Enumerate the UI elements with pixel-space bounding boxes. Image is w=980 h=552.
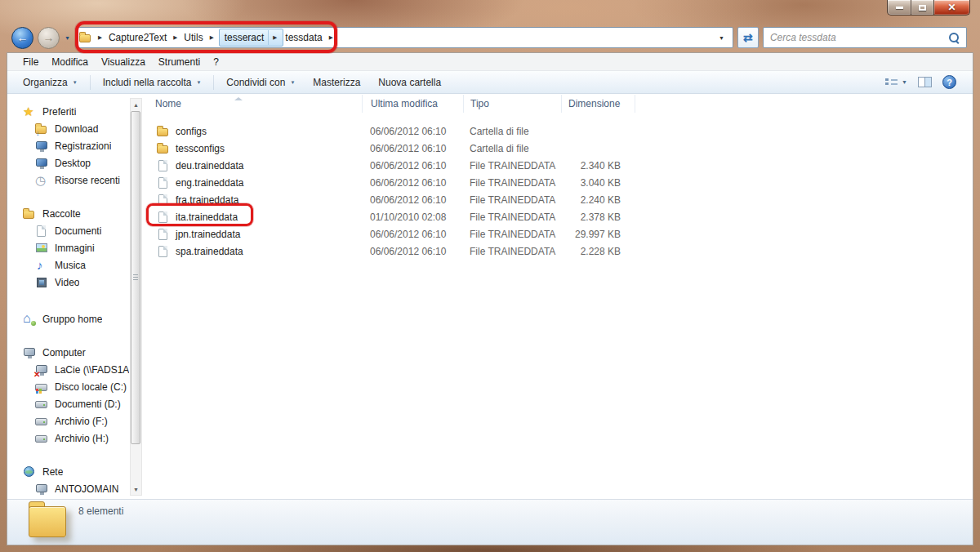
breadcrumb-capture2text[interactable]: Capture2Text: [107, 30, 168, 45]
sidebar-item-registrazioni[interactable]: Registrazioni: [7, 137, 143, 154]
organizza-button[interactable]: Organizza▼: [14, 73, 87, 91]
column-header-tipo[interactable]: Tipo: [463, 95, 561, 113]
column-header-dimensione[interactable]: Dimensione: [561, 95, 635, 113]
sidebar-label: Rete: [42, 466, 63, 478]
recent-places-clock-icon: [35, 174, 49, 187]
table-row-tessconfigs[interactable]: tessconfigs 06/06/2012 06:10 Cartella di…: [143, 140, 973, 157]
menu-help[interactable]: ?: [207, 56, 225, 68]
file-list: Nome Ultima modifica Tipo Dimensione con…: [143, 95, 973, 499]
sidebar-label: Musica: [55, 260, 86, 271]
menu-strumenti[interactable]: Strumenti: [152, 56, 207, 68]
menu-visualizza[interactable]: Visualizza: [95, 56, 152, 68]
picture-icon: [35, 242, 49, 255]
toolbar-separator: [213, 75, 214, 90]
search-box[interactable]: Cerca tessdata: [763, 27, 967, 48]
table-row-jpn-traineddata[interactable]: jpn.traineddata 06/06/2012 06:10 File TR…: [143, 225, 973, 243]
sidebar-item-gruppo-home[interactable]: Gruppo home: [7, 310, 143, 327]
change-view-button[interactable]: ▼: [885, 78, 907, 87]
sidebar-item-musica[interactable]: Musica: [7, 256, 143, 274]
history-dropdown-icon[interactable]: ▼: [64, 35, 71, 41]
includi-nella-raccolta-button[interactable]: Includi nella raccolta▼: [94, 73, 211, 91]
sidebar-label: Desktop: [55, 158, 91, 169]
table-row-deu-traineddata[interactable]: deu.traineddata 06/06/2012 06:10 File TR…: [143, 157, 973, 174]
sidebar-item-risorse-recenti[interactable]: Risorse recenti: [7, 171, 143, 189]
menu-modifica[interactable]: Modifica: [45, 56, 95, 68]
masterizza-label: Masterizza: [313, 77, 360, 88]
homegroup-icon: [23, 313, 37, 326]
close-button[interactable]: ✕: [934, 0, 970, 16]
refresh-button[interactable]: ⇄: [737, 27, 759, 48]
breadcrumb-tesseract-highlighted[interactable]: tesseract ▶: [219, 29, 284, 47]
file-icon: [157, 176, 171, 189]
sidebar-item-computer[interactable]: Computer: [7, 344, 143, 361]
details-pane: 8 elementi: [7, 499, 973, 545]
back-button[interactable]: ←: [11, 27, 33, 49]
file-size: 2.228 KB: [561, 246, 621, 257]
sidebar-scrollbar[interactable]: ▲ ▼: [130, 98, 142, 496]
preview-pane-button[interactable]: [918, 77, 932, 87]
sidebar-item-raccolte[interactable]: Raccolte: [7, 205, 143, 222]
table-row-ita-traineddata[interactable]: ita.traineddata 01/10/2010 02:08 File TR…: [143, 208, 973, 225]
condividi-con-button[interactable]: Condividi con▼: [217, 73, 304, 91]
sidebar-item-archivio-f[interactable]: Archivio (F:): [7, 412, 143, 430]
sidebar-label: Archivio (H:): [55, 433, 109, 444]
maximize-button[interactable]: [911, 0, 934, 16]
address-folder-icon: [79, 31, 93, 44]
masterizza-button[interactable]: Masterizza: [304, 73, 369, 91]
sidebar-item-video[interactable]: Video: [7, 274, 143, 291]
address-dropdown-icon[interactable]: ▼: [719, 35, 729, 41]
nuova-cartella-button[interactable]: Nuova cartella: [369, 73, 450, 91]
file-name: spa.traineddata: [176, 246, 243, 257]
sidebar-label: Preferiti: [42, 106, 76, 118]
menu-file[interactable]: File: [16, 56, 45, 68]
address-bar[interactable]: ▶ Capture2Text ▶ Utils ▶ tesseract ▶ tes…: [75, 27, 733, 48]
document-icon: [35, 225, 49, 238]
table-row-configs[interactable]: configs 06/06/2012 06:10 Cartella di fil…: [143, 122, 973, 140]
sidebar-item-rete[interactable]: Rete: [7, 463, 143, 480]
minimize-button[interactable]: [887, 0, 911, 16]
scroll-up-icon[interactable]: ▲: [131, 99, 141, 110]
sidebar-item-preferiti[interactable]: Preferiti: [7, 103, 143, 120]
sidebar-item-documenti-d[interactable]: Documenti (D:): [7, 395, 143, 412]
navigation-bar: ← → ▼ ▶ Capture2Text ▶ Utils ▶ tesseract…: [7, 23, 973, 52]
sidebar-label: Immagini: [55, 243, 95, 254]
file-name: deu.traineddata: [176, 160, 243, 171]
forward-button[interactable]: →: [38, 27, 60, 49]
sidebar-item-desktop[interactable]: Desktop: [7, 154, 143, 171]
file-type: File TRAINEDDATA: [463, 246, 561, 257]
desktop-icon: [35, 157, 49, 170]
sidebar-item-lacie[interactable]: ✕ LaCie (\\FADS1A: [7, 361, 143, 378]
current-folder-icon: [29, 500, 76, 541]
scroll-down-icon[interactable]: ▼: [131, 483, 141, 495]
breadcrumb-utils[interactable]: Utils: [182, 30, 204, 45]
sidebar-item-documenti[interactable]: Documenti: [7, 222, 143, 239]
column-header-ultima-modifica[interactable]: Ultima modifica: [362, 95, 463, 113]
table-row-fra-traineddata[interactable]: fra.traineddata 06/06/2012 06:10 File TR…: [143, 191, 973, 208]
close-icon: ✕: [947, 2, 956, 12]
drive-icon: [35, 432, 49, 445]
breadcrumb-tessdata[interactable]: tessdata: [283, 30, 323, 45]
sidebar-label: Computer: [42, 347, 86, 358]
sidebar-label: ANTOJOMAIN: [55, 483, 118, 495]
column-header-nome[interactable]: Nome: [143, 95, 362, 113]
file-modified: 06/06/2012 06:10: [362, 126, 463, 137]
sidebar-item-download[interactable]: Download: [7, 120, 143, 137]
file-type: File TRAINEDDATA: [463, 229, 561, 240]
file-name: tessconfigs: [176, 143, 225, 154]
file-size: 29.997 KB: [561, 229, 621, 240]
scrollbar-thumb[interactable]: [131, 111, 140, 444]
sidebar-item-antojomain[interactable]: ANTOJOMAIN: [7, 480, 143, 497]
file-icon: [157, 194, 171, 207]
sidebar-label: Download: [55, 123, 98, 135]
window-controls: ✕: [887, 0, 970, 16]
folder-icon: [157, 142, 171, 155]
table-row-eng-traineddata[interactable]: eng.traineddata 06/06/2012 06:10 File TR…: [143, 174, 973, 191]
help-button[interactable]: ?: [942, 75, 956, 89]
sidebar-item-archivio-h[interactable]: Archivio (H:): [7, 430, 143, 447]
condividi-label: Condividi con: [226, 77, 285, 88]
file-size: 3.040 KB: [561, 177, 621, 189]
sidebar-item-immagini[interactable]: Immagini: [7, 239, 143, 256]
sidebar-item-disco-locale-c[interactable]: Disco locale (C:): [7, 378, 143, 395]
toolbar-separator: [90, 75, 91, 90]
table-row-spa-traineddata[interactable]: spa.traineddata 06/06/2012 06:10 File TR…: [143, 243, 973, 260]
